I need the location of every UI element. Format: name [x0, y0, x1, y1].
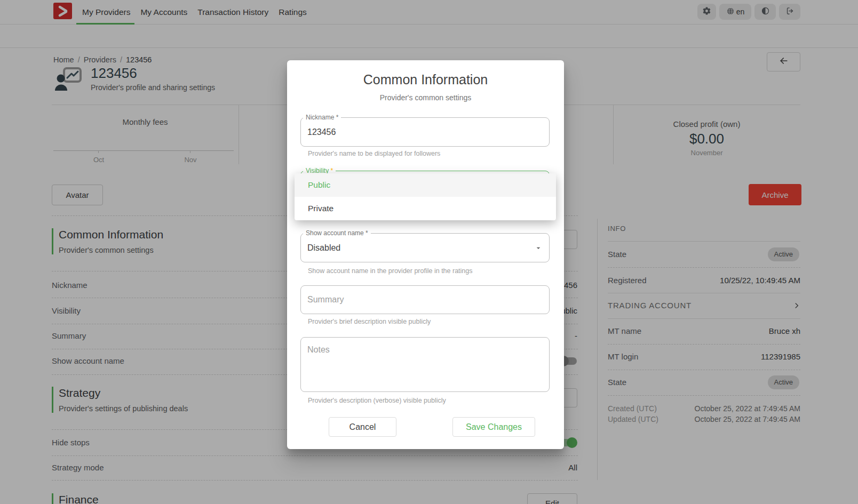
dropdown-option-public[interactable]: Public [295, 173, 556, 197]
nickname-field-label: Nickname * [303, 114, 341, 121]
modal-subtitle: Provider's common settings [287, 93, 564, 102]
notes-helper: Provider's description (verbose) visible… [308, 397, 446, 404]
notes-field [300, 337, 550, 392]
dropdown-option-private[interactable]: Private [295, 197, 556, 220]
show-account-name-field-label: Show account name * [303, 229, 371, 237]
select-value: Disabled [307, 234, 340, 262]
modal-title: Common Information [287, 72, 564, 87]
provider-profile-page: My Providers My Accounts Transaction His… [0, 0, 858, 504]
show-account-name-helper: Show account name in the provider profil… [308, 267, 473, 275]
summary-field [300, 285, 550, 314]
caret-down-icon [534, 244, 543, 254]
summary-input[interactable] [301, 286, 549, 314]
cancel-button[interactable]: Cancel [329, 417, 396, 437]
notes-textarea[interactable] [301, 338, 549, 391]
common-information-modal: Common Information Provider's common set… [287, 60, 564, 449]
nickname-field [300, 117, 550, 147]
nickname-input[interactable] [301, 118, 549, 146]
show-account-name-select[interactable]: Disabled [300, 233, 550, 262]
visibility-dropdown-menu: Public Private [295, 173, 556, 220]
nickname-helper: Provider's name to be displayed for foll… [308, 150, 440, 157]
save-changes-button[interactable]: Save Changes [452, 417, 535, 437]
summary-helper: Provider's brief description visible pub… [308, 318, 431, 325]
